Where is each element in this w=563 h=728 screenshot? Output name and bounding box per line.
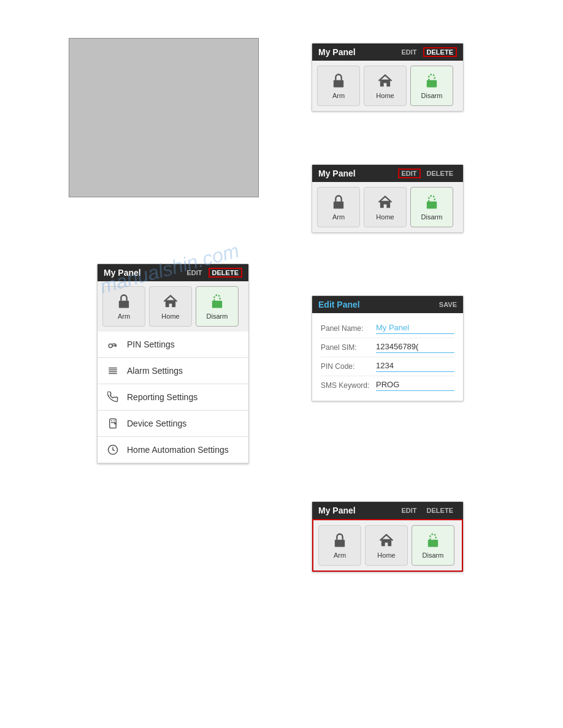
sms-keyword-row: SMS Keyword: PROG [321, 376, 454, 395]
panel-title-4: My Panel [318, 506, 356, 515]
edit-panel-body: Panel Name: My Panel Panel SIM: 12345678… [312, 313, 463, 401]
panel-buttons-row-3: Arm Home Disarm [98, 281, 248, 332]
panel-header-actions-3: EDIT DELETE [183, 268, 242, 278]
clock-icon [106, 443, 120, 457]
save-button[interactable]: SAVE [439, 301, 457, 308]
edit-button-4[interactable]: EDIT [398, 506, 421, 515]
disarm-label-4: Disarm [423, 552, 444, 559]
svg-rect-2 [334, 202, 343, 209]
disarm-label-3: Disarm [207, 313, 228, 320]
pin-settings-label: PIN Settings [127, 339, 175, 349]
edit-panel-header: Edit Panel SAVE [312, 296, 463, 313]
edit-panel-card: Edit Panel SAVE Panel Name: My Panel Pan… [312, 295, 464, 401]
disarm-label-1: Disarm [421, 92, 443, 99]
key-icon [106, 338, 120, 351]
edit-button-1[interactable]: EDIT [398, 47, 421, 57]
pin-code-value: 1234 [376, 361, 454, 372]
arm-button-2[interactable]: Arm [317, 187, 360, 227]
plug-icon [106, 417, 120, 430]
home-button-2[interactable]: Home [364, 187, 407, 227]
panel-title-3: My Panel [104, 268, 141, 278]
panel-title-2: My Panel [318, 169, 356, 178]
arm-button-1[interactable]: Arm [317, 66, 360, 106]
settings-card: My Panel EDIT DELETE Arm Home [97, 264, 249, 464]
disarm-button-1[interactable]: Disarm [410, 66, 453, 106]
disarm-button-3[interactable]: Disarm [196, 286, 239, 327]
arm-button-4[interactable]: Arm [318, 525, 361, 566]
panel-sim-label: Panel SIM: [321, 343, 376, 352]
panel-header-3: My Panel EDIT DELETE [98, 264, 248, 281]
panel-header-actions-4: EDIT DELETE [398, 506, 457, 515]
arm-button-3[interactable]: Arm [102, 286, 145, 327]
arm-label-4: Arm [334, 552, 346, 559]
arm-label-1: Arm [332, 92, 345, 99]
pin-code-label: PIN Code: [321, 362, 376, 371]
edit-button-2[interactable]: EDIT [398, 169, 421, 178]
svg-rect-1 [427, 80, 437, 88]
panel-name-row: Panel Name: My Panel [321, 319, 454, 338]
phone-icon [106, 390, 120, 404]
pin-settings-item[interactable]: PIN Settings [98, 332, 248, 358]
panel-buttons-row-4: Arm Home Disarm [312, 519, 463, 572]
panel-card-1: My Panel EDIT DELETE Arm Home [312, 43, 464, 112]
edit-panel-title: Edit Panel [318, 300, 360, 309]
reporting-settings-label: Reporting Settings [127, 392, 197, 402]
delete-button-3[interactable]: DELETE [209, 268, 242, 278]
svg-rect-4 [119, 301, 129, 308]
home-label-3: Home [161, 313, 179, 320]
svg-rect-3 [427, 202, 437, 209]
device-settings-item[interactable]: Device Settings [98, 411, 248, 437]
panel-header-actions-2: EDIT DELETE [398, 169, 457, 178]
panel-header-1: My Panel EDIT DELETE [312, 44, 463, 61]
svg-rect-0 [334, 80, 343, 88]
disarm-label-2: Disarm [421, 213, 443, 221]
home-label-1: Home [376, 92, 394, 99]
device-settings-label: Device Settings [127, 419, 186, 428]
svg-point-6 [109, 344, 112, 347]
home-label-2: Home [376, 213, 394, 221]
home-automation-settings-item[interactable]: Home Automation Settings [98, 437, 248, 463]
arm-label-3: Arm [118, 313, 130, 320]
delete-button-4[interactable]: DELETE [423, 506, 457, 515]
panel-title-1: My Panel [318, 47, 356, 57]
svg-rect-5 [212, 301, 222, 308]
placeholder-image [69, 38, 259, 197]
panel-card-4: My Panel EDIT DELETE Arm Home [312, 501, 464, 572]
sms-keyword-value: PROG [376, 380, 454, 391]
arm-label-2: Arm [332, 213, 345, 221]
home-button-1[interactable]: Home [364, 66, 407, 106]
home-button-3[interactable]: Home [149, 286, 192, 327]
panel-buttons-row-2: Arm Home Disarm [312, 182, 463, 232]
panel-buttons-row-1: Arm Home Disarm [312, 61, 463, 111]
reporting-settings-item[interactable]: Reporting Settings [98, 384, 248, 411]
alarm-settings-item[interactable]: Alarm Settings [98, 358, 248, 384]
panel-card-2: My Panel EDIT DELETE Arm Home [312, 164, 464, 233]
home-button-4[interactable]: Home [365, 525, 408, 566]
alarm-settings-label: Alarm Settings [127, 366, 183, 376]
bars-icon [106, 364, 120, 377]
panel-header-4: My Panel EDIT DELETE [312, 502, 463, 519]
pin-code-row: PIN Code: 1234 [321, 357, 454, 376]
disarm-button-2[interactable]: Disarm [410, 187, 453, 227]
disarm-button-4[interactable]: Disarm [412, 525, 454, 566]
delete-button-1[interactable]: DELETE [423, 47, 457, 57]
edit-button-3[interactable]: EDIT [183, 268, 206, 278]
sms-keyword-label: SMS Keyword: [321, 381, 376, 390]
panel-header-2: My Panel EDIT DELETE [312, 165, 463, 182]
panel-name-label: Panel Name: [321, 324, 376, 333]
svg-rect-13 [335, 540, 345, 547]
delete-button-2[interactable]: DELETE [423, 169, 457, 178]
home-automation-settings-label: Home Automation Settings [127, 445, 229, 455]
panel-header-actions-1: EDIT DELETE [398, 47, 457, 57]
panel-sim-value: 123456789( [376, 342, 454, 353]
svg-rect-14 [428, 540, 438, 547]
panel-name-value: My Panel [376, 323, 454, 334]
home-label-4: Home [377, 552, 395, 559]
panel-sim-row: Panel SIM: 123456789( [321, 338, 454, 357]
